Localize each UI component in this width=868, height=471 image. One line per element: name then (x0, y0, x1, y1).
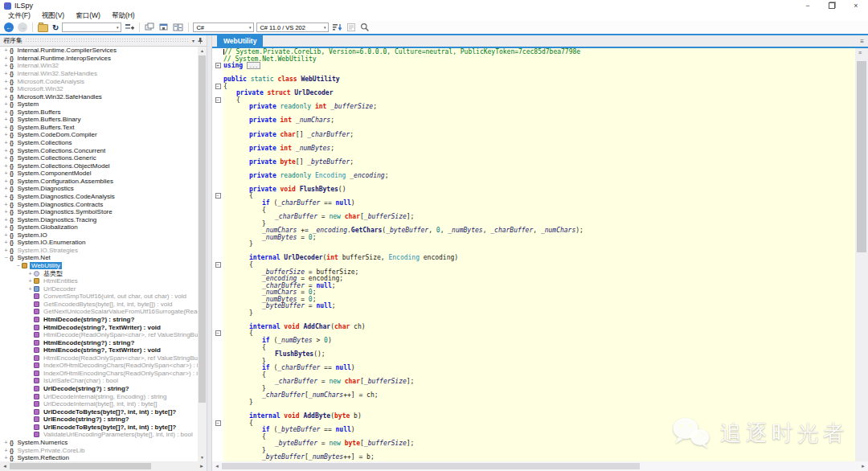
tree-item[interactable]: IsUrlSafeChar(char) : bool (0, 377, 198, 385)
tree-item[interactable]: HtmlDecode(string?, TextWriter) : void (0, 323, 198, 331)
tree-item[interactable]: +{}Internal.Win32.SafeHandles (0, 70, 198, 78)
tree-item[interactable]: +{}Internal.Win32 (0, 62, 198, 70)
tree-expander-icon[interactable]: + (2, 148, 10, 154)
tree-expander-icon[interactable]: + (2, 63, 10, 68)
tree-expander-icon[interactable]: + (2, 232, 10, 238)
tree-vscroll-thumb[interactable] (199, 55, 206, 403)
compare-view-button[interactable] (172, 22, 184, 33)
tree-expander-icon[interactable]: + (2, 117, 10, 122)
tree-expander-icon[interactable]: + (2, 440, 10, 445)
tree-item[interactable]: +{}System.IO.Enumeration (0, 239, 198, 247)
tree-item[interactable]: +{}System.Buffers (0, 109, 198, 117)
code-vscroll-thumb[interactable] (857, 61, 866, 252)
tree-item[interactable]: +{}System.Buffers.Text (0, 124, 198, 132)
tree-expander-icon[interactable]: + (2, 455, 10, 461)
tree-item[interactable]: +基类型 (0, 269, 198, 277)
tree-expander-icon[interactable]: + (2, 202, 10, 207)
tree-item[interactable]: +{}System.Globalization (0, 223, 198, 231)
tree-item[interactable]: +{}System.ComponentModel (0, 170, 198, 178)
tree-expander-icon[interactable]: − (2, 255, 10, 260)
tree-item[interactable]: UrlDecodeInternal(string, Encoding) : st… (0, 392, 198, 400)
tree-item[interactable]: +{}Microsoft.Win32 (0, 85, 198, 93)
fold-collapse-icon[interactable]: − (215, 193, 221, 199)
tree-expander-icon[interactable]: + (2, 94, 10, 100)
panel-splitter[interactable] (207, 35, 212, 471)
pin-icon[interactable] (197, 37, 203, 44)
properties-button[interactable] (346, 22, 357, 33)
tree-item[interactable]: IndexOfHtmlDecodingChars(ReadOnlySpan<ch… (0, 362, 198, 370)
tree-expander-icon[interactable]: + (2, 47, 10, 53)
minimize-button[interactable]: − (796, 0, 820, 11)
tree-item[interactable]: GetEncodedBytes(byte[], int, int, byte[]… (0, 301, 198, 309)
tree-expander-icon[interactable]: + (27, 271, 34, 276)
float-window-button[interactable] (144, 22, 155, 33)
tree-item[interactable]: ConvertSmpToUtf16(uint, out char, out ch… (0, 293, 198, 301)
open-file-button[interactable] (37, 22, 49, 33)
scroll-right-icon[interactable]: ► (861, 464, 866, 469)
back-button[interactable]: ← (3, 22, 14, 33)
tree-item[interactable]: +{}System.IO.Strategies (0, 247, 198, 255)
tree-item[interactable]: −WebUtility (0, 262, 198, 270)
menu-view[interactable]: 视图(V) (36, 11, 70, 21)
tree-expander-icon[interactable]: + (2, 132, 10, 137)
tree-item[interactable]: +{}System.Private.CoreLib (0, 446, 198, 454)
tree-expander-icon[interactable]: + (2, 217, 10, 223)
language-dropdown[interactable]: C# ▾ (193, 23, 254, 32)
code-hscroll-thumb[interactable] (222, 463, 640, 469)
tree-item[interactable]: UrlEncode(string?) : string? (0, 416, 198, 424)
tree-expander-icon[interactable]: + (2, 125, 10, 130)
tree-item[interactable]: ValidateUrlEncodingParameters(byte[], in… (0, 431, 198, 439)
tree-item[interactable]: +{}System.CodeDom.Compiler (0, 131, 198, 139)
scroll-left-icon[interactable]: ◄ (2, 464, 7, 469)
tree-item[interactable]: +{}Internal.Runtime.InteropServices (0, 55, 198, 63)
dock-panel-button[interactable] (158, 22, 170, 33)
code-horizontal-scrollbar[interactable]: ◄ ► (212, 461, 868, 471)
tree-expander-icon[interactable]: + (2, 109, 10, 115)
close-button[interactable]: × (844, 0, 868, 11)
tree-item[interactable]: +{}System.Collections (0, 139, 198, 147)
tree-item[interactable]: UrlDecode(string?) : string? (0, 385, 198, 393)
add-assembly-list-button[interactable] (124, 22, 135, 33)
tree-item[interactable]: IndexOfHtmlEncodingChars(ReadOnlySpan<ch… (0, 370, 198, 378)
tree-item[interactable]: +{}System.Buffers.Binary (0, 116, 198, 124)
tree-item[interactable]: +{}System.Collections.Concurrent (0, 146, 198, 154)
panel-drag-texture[interactable] (25, 38, 190, 43)
tree-item[interactable]: +{}System.Configuration.Assemblies (0, 178, 198, 186)
tree-expander-icon[interactable]: + (2, 170, 10, 176)
scroll-right-icon[interactable]: ► (199, 464, 204, 469)
tree-item[interactable]: HtmlEncode(string?, TextWriter) : void (0, 346, 198, 354)
assembly-list-dropdown[interactable]: ▾ (62, 23, 121, 32)
fold-expand-icon[interactable]: + (215, 63, 221, 68)
tab-list-icon[interactable]: ≡ (860, 38, 864, 45)
search-button[interactable] (359, 22, 371, 33)
tree-expander-icon[interactable]: + (2, 248, 10, 253)
tree-item[interactable]: +{}Microsoft.CodeAnalysis (0, 77, 198, 85)
code-view[interactable]: // System.Private.CoreLib, Version=6.0.0… (223, 48, 855, 461)
tree-vertical-scrollbar[interactable]: ▲ ▼ (198, 47, 207, 461)
tree-expander-icon[interactable]: + (2, 194, 10, 199)
tree-item[interactable]: +{}System.Diagnostics.CodeAnalysis (0, 193, 198, 201)
tree-item[interactable]: +{}System.Diagnostics.SymbolStore (0, 208, 198, 216)
tree-item[interactable]: HtmlEncode(string?) : string? (0, 338, 198, 346)
tree-item[interactable]: HtmlDecode(ReadOnlySpan<char>, ref Value… (0, 331, 198, 339)
panel-menu-chevron-icon[interactable]: ▾ (192, 38, 194, 43)
tree-expander-icon[interactable]: + (27, 286, 34, 292)
restore-button[interactable] (820, 0, 844, 11)
tree-expander-icon[interactable]: + (2, 186, 10, 191)
tree-item[interactable]: HtmlEncode(ReadOnlySpan<char>, ref Value… (0, 354, 198, 362)
tree-item[interactable]: +{}Microsoft.Win32.SafeHandles (0, 92, 198, 100)
tree-item[interactable]: +{}Internal.Runtime.CompilerServices (0, 47, 198, 55)
tree-item[interactable]: UrlDecodeInternal(byte[], int, int) : by… (0, 400, 198, 408)
tree-expander-icon[interactable]: + (27, 278, 34, 284)
tree-item[interactable]: +{}System.IO (0, 231, 198, 240)
tree-item[interactable]: UrlEncodeToBytes(byte[]?, int, int) : by… (0, 424, 198, 432)
tree-item[interactable]: +UrlDecoder (0, 285, 198, 293)
tree-horizontal-scrollbar[interactable]: ◄ ► (0, 461, 207, 471)
tree-hscroll-thumb[interactable] (10, 463, 151, 469)
tree-item[interactable]: UrlDecodeToBytes(byte[]?, int, int) : by… (0, 408, 198, 416)
tree-expander-icon[interactable]: + (2, 224, 10, 230)
assemblies-tree[interactable]: +{}Internal.Runtime.CompilerServices+{}I… (0, 47, 198, 461)
tree-expander-icon[interactable]: + (2, 448, 10, 453)
menu-file[interactable]: 文件(F) (2, 11, 36, 21)
tree-expander-icon[interactable]: + (2, 79, 10, 84)
